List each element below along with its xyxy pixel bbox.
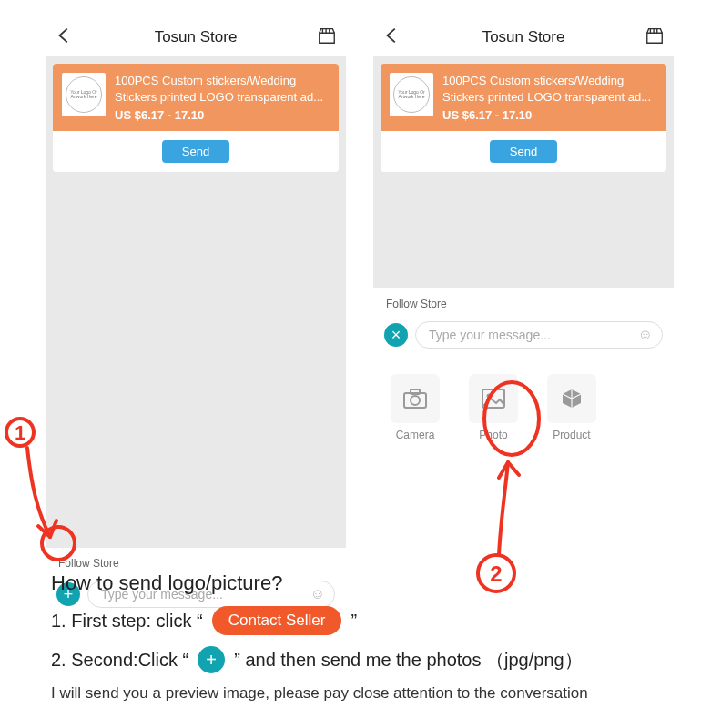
store-title: Tosun Store bbox=[155, 28, 238, 46]
product-title-line2: Stickers printed LOGO transparent ad... bbox=[442, 89, 657, 106]
photo-icon bbox=[469, 374, 518, 423]
chat-empty-area bbox=[53, 172, 339, 500]
follow-store-label[interactable]: Follow Store bbox=[373, 288, 674, 316]
svg-rect-2 bbox=[411, 389, 420, 394]
attach-product-label: Product bbox=[543, 429, 601, 441]
thumb-placeholder: Your Logo Or Artwork Here bbox=[393, 76, 430, 113]
svg-point-1 bbox=[411, 396, 420, 405]
chat-empty-area bbox=[381, 172, 666, 281]
message-input-row: × Type your message... ☺ bbox=[373, 316, 674, 358]
back-arrow-icon[interactable] bbox=[382, 25, 402, 49]
svg-point-4 bbox=[487, 394, 492, 399]
chat-body: Your Logo Or Artwork Here 100PCS Custom … bbox=[373, 56, 674, 288]
chat-header: Tosun Store bbox=[46, 18, 346, 56]
step1-suffix: ” bbox=[350, 611, 357, 632]
svg-rect-3 bbox=[482, 389, 504, 408]
instruction-step-1: 1. First step: click “ Contact Seller ” bbox=[51, 606, 688, 635]
instruction-step-2: 2. Second:Click “ + ” and then send me t… bbox=[51, 646, 688, 673]
instructions-note: I will send you a preview image, please … bbox=[51, 684, 688, 703]
product-thumb: Your Logo Or Artwork Here bbox=[62, 73, 106, 116]
contact-seller-pill: Contact Seller bbox=[212, 606, 342, 635]
attachment-options: Camera Photo Product bbox=[373, 358, 674, 469]
step1-prefix: 1. First step: click “ bbox=[51, 611, 203, 632]
close-attach-button[interactable]: × bbox=[384, 323, 408, 347]
product-title-line1: 100PCS Custom stickers/Wedding bbox=[115, 73, 330, 89]
message-placeholder: Type your message... bbox=[429, 328, 551, 342]
product-icon bbox=[547, 374, 596, 423]
store-title: Tosun Store bbox=[482, 28, 565, 46]
send-button[interactable]: Send bbox=[162, 140, 229, 163]
instructions-heading: How to send logo/picture? bbox=[51, 571, 688, 595]
instructions-block: How to send logo/picture? 1. First step:… bbox=[51, 571, 688, 703]
camera-icon bbox=[391, 374, 440, 423]
message-input[interactable]: Type your message... ☺ bbox=[415, 321, 663, 349]
thumb-placeholder: Your Logo Or Artwork Here bbox=[66, 76, 102, 113]
emoji-icon[interactable]: ☺ bbox=[638, 327, 653, 343]
product-title-line2: Stickers printed LOGO transparent ad... bbox=[115, 89, 330, 106]
plus-pill-icon: + bbox=[198, 646, 225, 673]
attach-product[interactable]: Product bbox=[543, 374, 601, 441]
shop-icon[interactable] bbox=[317, 25, 337, 49]
phone-screenshot-right: Tosun Store Your Logo Or Artwork Here 10… bbox=[373, 18, 674, 617]
send-button[interactable]: Send bbox=[490, 140, 557, 163]
product-card: Your Logo Or Artwork Here 100PCS Custom … bbox=[53, 64, 339, 172]
product-price: US $6.17 - 17.10 bbox=[115, 108, 330, 122]
attach-camera-label: Camera bbox=[386, 429, 444, 441]
back-arrow-icon[interactable] bbox=[55, 25, 75, 49]
product-thumb: Your Logo Or Artwork Here bbox=[390, 73, 433, 116]
attach-photo[interactable]: Photo bbox=[464, 374, 523, 441]
product-card: Your Logo Or Artwork Here 100PCS Custom … bbox=[381, 64, 666, 172]
attach-camera[interactable]: Camera bbox=[386, 374, 444, 441]
step2-suffix: ” and then send me the photos （jpg/png） bbox=[234, 648, 582, 672]
attach-photo-label: Photo bbox=[464, 429, 523, 441]
chat-header: Tosun Store bbox=[373, 18, 674, 56]
product-title-line1: 100PCS Custom stickers/Wedding bbox=[442, 73, 657, 89]
step2-prefix: 2. Second:Click “ bbox=[51, 650, 188, 671]
phone-screenshot-left: Tosun Store Your Logo Or Artwork Here 10… bbox=[46, 18, 346, 617]
chat-body: Your Logo Or Artwork Here 100PCS Custom … bbox=[46, 56, 346, 548]
product-price: US $6.17 - 17.10 bbox=[442, 108, 657, 122]
shop-icon[interactable] bbox=[645, 25, 665, 49]
